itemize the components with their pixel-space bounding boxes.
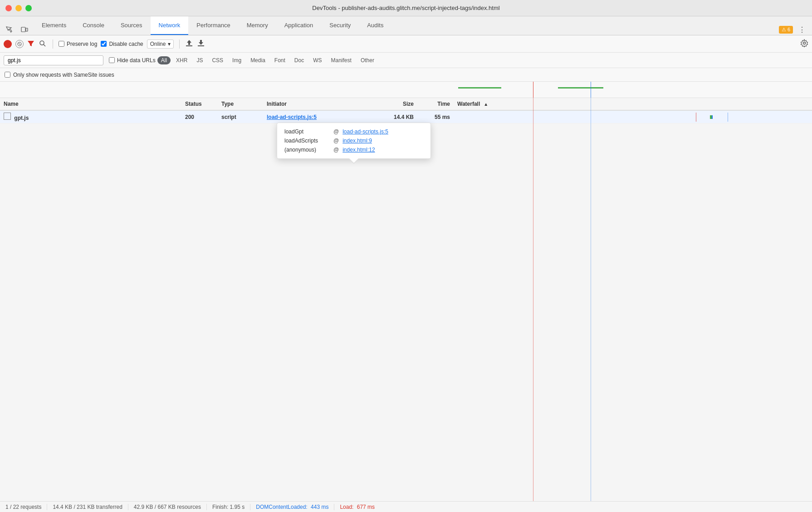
filter-img-button[interactable]: Img [229, 56, 245, 64]
window-title: DevTools - publisher-ads-audits.glitch.m… [312, 5, 499, 11]
hide-data-urls-label[interactable]: Hide data URLs [109, 57, 156, 64]
tab-audits[interactable]: Audits [359, 16, 391, 35]
tick-1800: 1800 ms [755, 98, 772, 98]
resources-size: 42.9 KB / 667 KB resources [128, 504, 207, 510]
svg-marker-10 [199, 40, 203, 45]
main-content: 200 ms 400 ms 600 ms 800 ms 1000 ms 1200… [0, 82, 812, 501]
svg-rect-7 [186, 45, 192, 46]
callstack-link-0[interactable]: load-ad-scripts.js:5 [342, 128, 388, 135]
callstack-at-2: @ [333, 147, 339, 153]
filter-row: Hide data URLs All XHR JS CSS Img Media … [0, 53, 812, 68]
stop-button[interactable] [15, 40, 24, 48]
filter-font-button[interactable]: Font [271, 56, 289, 64]
network-throttle-select[interactable]: Online ▾ [147, 39, 174, 49]
tick-1000: 1000 ms [604, 98, 621, 98]
divider2 [179, 39, 180, 49]
column-size[interactable]: Size [372, 101, 417, 107]
dom-loaded-status: DOMContentLoaded: 443 ms [250, 504, 334, 510]
tab-security[interactable]: Security [321, 16, 359, 35]
filter-icon[interactable] [27, 40, 35, 48]
tab-sources[interactable]: Sources [113, 16, 151, 35]
svg-marker-4 [28, 41, 34, 46]
popup-arrow [349, 158, 358, 163]
tab-right-area: ⚠ 6 ⋮ [779, 24, 812, 35]
requests-count: 1 / 22 requests [5, 504, 47, 510]
filter-manifest-button[interactable]: Manifest [328, 56, 355, 64]
callstack-link-2[interactable]: index.html:12 [342, 147, 375, 153]
svg-line-6 [44, 44, 45, 46]
window-controls [5, 5, 32, 11]
disable-cache-checkbox[interactable] [101, 41, 107, 47]
dom-loaded-line [591, 82, 591, 501]
search-input[interactable] [4, 55, 103, 65]
close-button[interactable] [5, 5, 12, 11]
settings-icon[interactable] [800, 39, 808, 49]
table-row[interactable]: gpt.js 200 script load-ad-scripts.js:5 1… [0, 111, 812, 123]
export-icon[interactable] [197, 39, 205, 49]
inspect-icon[interactable] [4, 24, 15, 35]
column-name[interactable]: Name [0, 101, 181, 107]
filter-js-button[interactable]: JS [193, 56, 206, 64]
svg-rect-1 [26, 28, 28, 31]
tab-memory[interactable]: Memory [239, 16, 276, 35]
column-waterfall[interactable]: Waterfall ▲ [454, 101, 812, 107]
tick-1400: 1400 ms [680, 98, 697, 98]
preserve-log-label[interactable]: Preserve log [59, 41, 97, 47]
warning-badge[interactable]: ⚠ 6 [779, 26, 793, 34]
cell-initiator: load-ad-scripts.js:5 [263, 114, 372, 120]
tick-2000: 2000 [791, 98, 801, 98]
tabbar: Elements Console Sources Network Perform… [0, 16, 812, 35]
tick-800: 800 ms [567, 98, 582, 98]
callstack-entry-0: loadGpt @ load-ad-scripts.js:5 [284, 128, 423, 135]
filter-other-button[interactable]: Other [357, 56, 378, 64]
tab-performance[interactable]: Performance [188, 16, 238, 35]
transferred-size: 14.4 KB / 231 KB transferred [47, 504, 128, 510]
load-status: Load: 677 ms [334, 504, 380, 510]
svg-marker-8 [187, 40, 191, 45]
minimize-button[interactable] [15, 5, 22, 11]
statusbar: 1 / 22 requests 14.4 KB / 231 KB transfe… [0, 501, 812, 512]
preserve-log-checkbox[interactable] [59, 41, 64, 47]
tick-1600: 1600 ms [717, 98, 734, 98]
callstack-func-2: (anonymous) [284, 147, 330, 153]
hide-data-urls-checkbox[interactable] [109, 57, 115, 63]
column-initiator[interactable]: Initiator [263, 101, 372, 107]
warning-count: 6 [788, 27, 790, 32]
search-icon[interactable] [39, 40, 47, 48]
initiator-link[interactable]: load-ad-scripts.js:5 [267, 114, 317, 120]
cell-type: script [218, 114, 263, 120]
devtools-icons [0, 24, 34, 35]
device-icon[interactable] [19, 24, 30, 35]
tick-1200: 1200 ms [642, 98, 659, 98]
sort-asc-icon: ▲ [484, 102, 488, 107]
filter-media-button[interactable]: Media [247, 56, 269, 64]
samesite-checkbox[interactable] [5, 72, 10, 78]
warning-icon: ⚠ [782, 27, 786, 33]
cell-name: gpt.js [0, 113, 181, 121]
svg-rect-9 [198, 45, 204, 46]
tab-application[interactable]: Application [276, 16, 322, 35]
filter-doc-button[interactable]: Doc [291, 56, 308, 64]
cell-size: 14.4 KB [372, 114, 417, 120]
toolbar: Preserve log Disable cache Online ▾ [0, 35, 812, 53]
divider [53, 39, 53, 49]
disable-cache-label[interactable]: Disable cache [101, 41, 143, 47]
filter-all-button[interactable]: All [157, 56, 171, 64]
svg-point-5 [40, 41, 44, 45]
filter-xhr-button[interactable]: XHR [172, 56, 191, 64]
record-button[interactable] [4, 40, 12, 48]
tab-console[interactable]: Console [74, 16, 113, 35]
filter-ws-button[interactable]: WS [309, 56, 325, 64]
column-type[interactable]: Type [218, 101, 263, 107]
tab-elements[interactable]: Elements [34, 16, 74, 35]
titlebar: DevTools - publisher-ads-audits.glitch.m… [0, 0, 812, 16]
more-options-icon[interactable]: ⋮ [797, 24, 807, 35]
filter-css-button[interactable]: CSS [208, 56, 227, 64]
callstack-link-1[interactable]: index.html:9 [342, 138, 372, 144]
column-status[interactable]: Status [181, 101, 218, 107]
callstack-at-0: @ [333, 128, 339, 135]
maximize-button[interactable] [25, 5, 32, 11]
import-icon[interactable] [185, 39, 193, 49]
column-time[interactable]: Time [417, 101, 454, 107]
tab-network[interactable]: Network [151, 16, 189, 35]
